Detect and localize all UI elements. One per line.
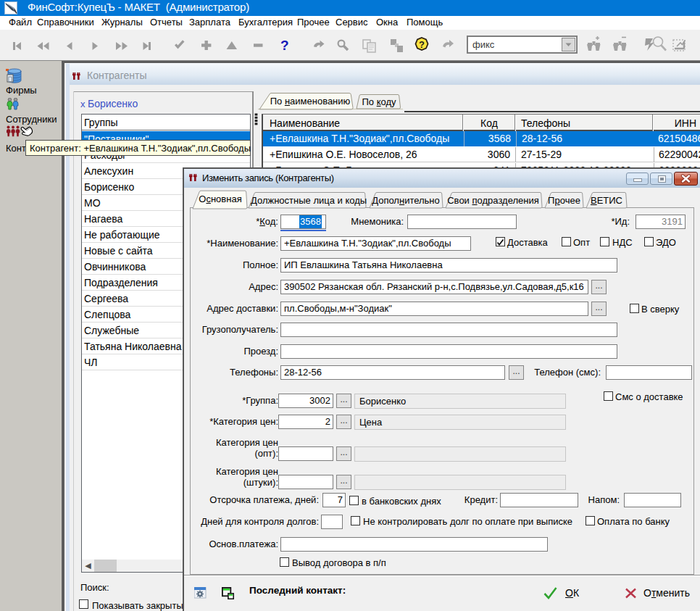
- svg-text:?: ?: [419, 39, 425, 50]
- svg-text:?: ?: [280, 38, 289, 53]
